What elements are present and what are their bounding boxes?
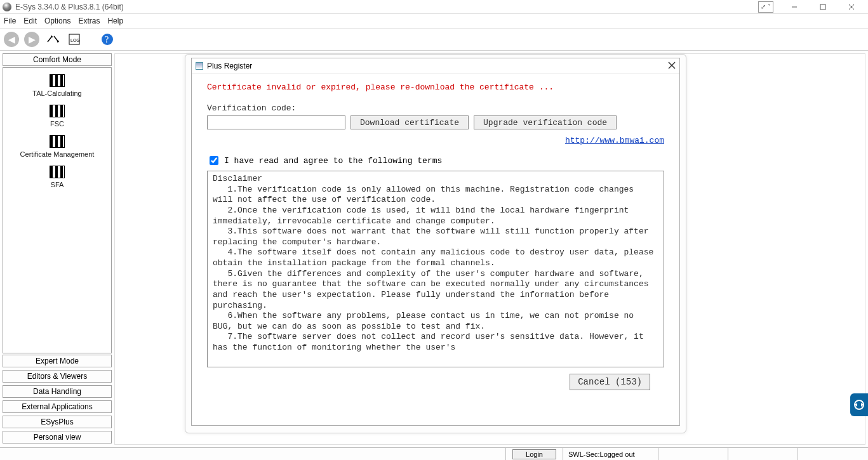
menu-help[interactable]: Help — [107, 16, 123, 25]
dialog-title-text: Plus Register — [207, 62, 252, 70]
agree-checkbox[interactable] — [210, 156, 218, 165]
sidebar-esysplus[interactable]: ESysPlus — [3, 416, 112, 428]
log-icon[interactable]: LOG — [66, 31, 83, 48]
teamviewer-tab-icon[interactable] — [850, 393, 868, 416]
back-button[interactable]: ◀ — [4, 32, 19, 47]
connect-icon[interactable] — [44, 31, 61, 48]
terms-textbox[interactable]: Disclaimer 1.The verification code is on… — [207, 171, 664, 367]
menu-options[interactable]: Options — [44, 16, 70, 25]
barcode-icon — [50, 105, 65, 117]
sidebar-header-comfort[interactable]: Comfort Mode — [3, 53, 112, 66]
help-icon[interactable]: ? — [99, 31, 116, 48]
sidebar-item-label: Certificate Management — [3, 150, 111, 158]
sidebar-data-handling[interactable]: Data Handling — [3, 385, 112, 398]
verification-input[interactable] — [207, 115, 345, 129]
sidebar-item-fsc[interactable]: FSC — [3, 105, 111, 134]
barcode-icon — [50, 74, 65, 87]
sidebar-body: TAL-Calculating FSC Certificate Manageme… — [3, 67, 112, 353]
sidebar-item-sfa[interactable]: SFA — [3, 166, 111, 195]
titlebar: E-Sys 3.34.0 & Plus3.8.1 (64bit) ⤢ ˅ — [0, 0, 868, 14]
svg-text:?: ? — [105, 35, 109, 44]
sidebar-item-certificate-management[interactable]: Certificate Management — [3, 135, 111, 164]
svg-rect-1 — [820, 4, 825, 10]
sidebar-item-label: FSC — [3, 120, 111, 128]
dialog-titlebar: Plus Register — [192, 58, 679, 74]
upgrade-verification-button[interactable]: Upgrade verification code — [474, 115, 617, 129]
sidebar-external-applications[interactable]: External Applications — [3, 400, 112, 413]
app-icon — [3, 3, 11, 11]
sidebar-item-tal-calculating[interactable]: TAL-Calculating — [3, 74, 111, 103]
toolbar: ◀ ▶ LOG ? — [0, 28, 868, 51]
maximize-button[interactable] — [808, 0, 837, 14]
sidebar-expert-mode[interactable]: Expert Mode — [3, 355, 112, 367]
close-button[interactable] — [837, 0, 865, 14]
download-certificate-button[interactable]: Download certificate — [351, 115, 469, 129]
window-title: E-Sys 3.34.0 & Plus3.8.1 (64bit) — [15, 3, 124, 11]
sidebar: Comfort Mode TAL-Calculating FSC Certifi… — [0, 51, 114, 447]
menu-file[interactable]: File — [4, 16, 16, 25]
dialog-icon — [196, 62, 203, 70]
sidebar-editors-viewers[interactable]: Editors & Viewers — [3, 370, 112, 383]
verification-label: Verification code: — [207, 103, 664, 113]
sidebar-personal-view[interactable]: Personal view — [3, 431, 112, 444]
sidebar-item-label: SFA — [3, 181, 111, 188]
menu-edit[interactable]: Edit — [23, 16, 37, 25]
plus-register-dialog: Plus Register Certificate invalid or exp… — [191, 58, 680, 426]
barcode-icon — [50, 166, 65, 178]
minimize-button[interactable] — [780, 0, 808, 14]
bmwai-link[interactable]: http://www.bmwai.com — [565, 136, 664, 145]
forward-button[interactable]: ▶ — [24, 32, 39, 47]
barcode-icon — [50, 135, 65, 148]
error-message: Certificate invalid or expired, please r… — [207, 82, 664, 92]
agree-label: I have read and agree to the following t… — [224, 156, 442, 166]
menu-extras[interactable]: Extras — [78, 16, 100, 25]
main-area: Plus Register Certificate invalid or exp… — [114, 53, 865, 445]
sidebar-item-label: TAL-Calculating — [3, 89, 111, 97]
expand-icon[interactable]: ⤢ ˅ — [758, 1, 773, 13]
cancel-button[interactable]: Cancel (153) — [570, 374, 650, 390]
menubar: File Edit Options Extras Help — [0, 14, 868, 28]
svg-text:LOG: LOG — [70, 38, 80, 43]
dialog-close-button[interactable] — [668, 61, 676, 71]
